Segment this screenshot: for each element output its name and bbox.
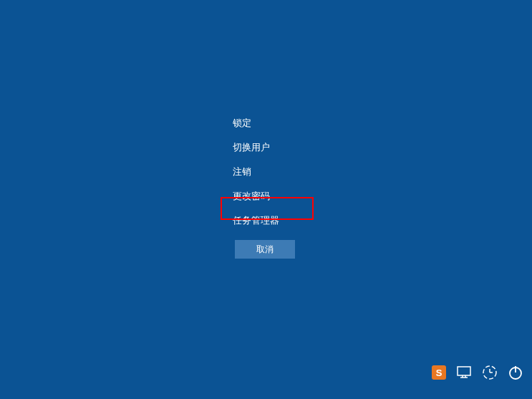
ime-sogou-icon[interactable]: S — [432, 365, 446, 380]
sogou-icon-label: S — [436, 367, 442, 378]
cancel-button[interactable]: 取消 — [235, 240, 295, 259]
monitor-icon — [456, 365, 472, 380]
svg-rect-0 — [458, 367, 470, 375]
lock-option[interactable]: 锁定 — [233, 111, 319, 135]
sign-out-option[interactable]: 注销 — [233, 160, 319, 184]
accessibility-icon — [482, 365, 498, 380]
security-options-menu: 锁定 切换用户 注销 更改密码 任务管理器 — [233, 111, 319, 233]
network-icon[interactable] — [456, 365, 472, 380]
ease-of-access-icon[interactable] — [482, 365, 498, 380]
switch-user-option[interactable]: 切换用户 — [233, 135, 319, 160]
power-button-icon — [508, 365, 523, 380]
sogou-icon: S — [432, 365, 446, 380]
system-tray: S — [432, 365, 523, 380]
task-manager-option[interactable]: 任务管理器 — [233, 208, 319, 233]
change-password-option[interactable]: 更改密码 — [233, 184, 319, 208]
power-icon[interactable] — [508, 365, 523, 380]
